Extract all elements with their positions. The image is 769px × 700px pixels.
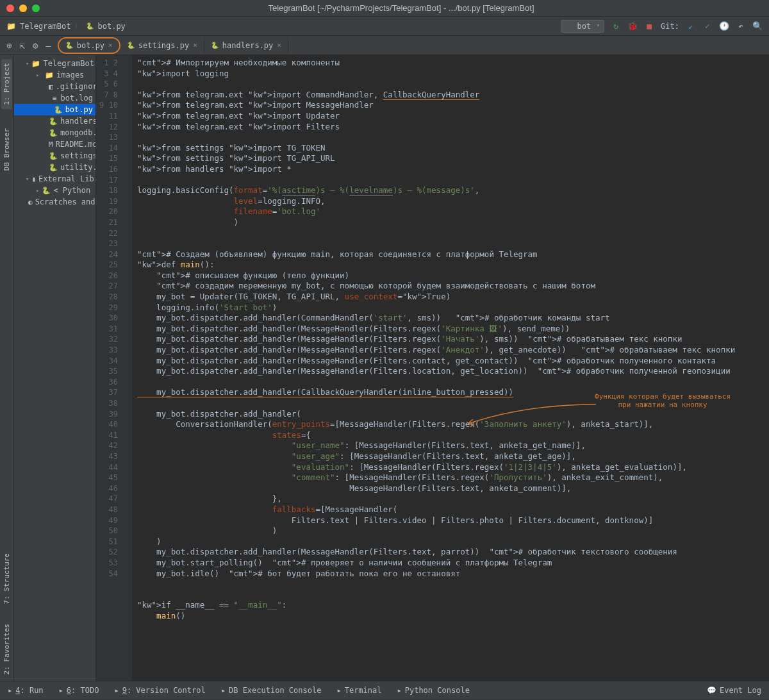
tool-project[interactable]: 1: Project (1, 59, 12, 109)
tree-item[interactable]: ▸📁images (14, 69, 95, 81)
tool-favorites[interactable]: 2: Favorites (3, 624, 11, 674)
navigation-bar: 📁 TelegramBot 〉 🐍 bot.py bot ↻ 🐞 ■ Git: … (0, 17, 769, 36)
bottom-tab[interactable]: ▸Python Console (397, 686, 469, 695)
bottom-tab[interactable]: ▸9: Version Control (114, 686, 205, 695)
debug-icon[interactable]: 🐞 (627, 21, 638, 31)
git-revert-icon[interactable]: ↶ (736, 21, 746, 31)
close-tab-icon[interactable]: × (277, 41, 281, 49)
traffic-lights (6, 4, 40, 12)
bottom-tab-label: DB Execution Console (229, 686, 322, 695)
git-label: Git: (661, 22, 679, 31)
bottom-tab-label: Python Console (405, 686, 470, 695)
tree-label: .gitignore (56, 82, 96, 91)
event-log-tab[interactable]: 💬Event Log (707, 686, 761, 695)
gear-icon[interactable]: ⚙ (33, 40, 38, 51)
bottom-tab-icon: ▸ (221, 686, 226, 695)
annotation-text: Функция которая будет вызываться при наж… (595, 392, 731, 409)
bottom-tab[interactable]: ▸DB Execution Console (221, 686, 322, 695)
hide-icon[interactable]: — (45, 40, 51, 51)
file-icon: ≡ (53, 94, 58, 103)
maximize-window-button[interactable] (32, 4, 40, 12)
window-title: TelegramBot [~/PycharmProjects/TelegramB… (40, 3, 763, 13)
tree-item[interactable]: ▸🐍< Python 3.8 > (14, 185, 95, 196)
search-icon[interactable]: 🔍 (752, 21, 763, 31)
close-tab-icon[interactable]: × (193, 41, 197, 49)
tree-label: bot.py (65, 105, 93, 114)
file-icon: 🐍 (54, 106, 63, 114)
tree-item[interactable]: 🐍handlers.py (14, 115, 95, 127)
tab-label: bot.py (77, 41, 104, 50)
folder-icon: 📁 (6, 22, 16, 31)
tree-label: mongodb.py (60, 128, 96, 137)
tree-label: utility.py (60, 163, 96, 172)
target-icon[interactable]: ⊕ (6, 40, 12, 51)
bottom-tab-label: 6: TODO (67, 686, 99, 695)
editor-tab-handlers-py[interactable]: 🐍handlers.py× (204, 37, 288, 54)
file-icon: M (49, 140, 53, 149)
bottom-tab[interactable]: ▸6: TODO (59, 686, 99, 695)
annotation-line1: Функция которая будет вызываться (595, 392, 731, 401)
git-update-icon[interactable]: ↙ (686, 21, 696, 31)
tree-item[interactable]: ◧.gitignore (14, 81, 95, 92)
tree-label: settings.py (60, 151, 96, 160)
tree-arrow-icon: ▸ (36, 187, 39, 194)
tree-item[interactable]: ▾📁TelegramBot (14, 58, 95, 69)
editor-toolbar: ⊕ ⇱ ⚙ — 🐍bot.py×🐍settings.py×🐍handlers.p… (0, 36, 769, 55)
file-icon: 🐍 (49, 117, 58, 126)
tree-label: < Python 3.8 > (53, 186, 96, 195)
bottom-tab[interactable]: ▸Terminal (336, 686, 381, 695)
bottom-tab-icon: ▸ (114, 686, 119, 695)
navbar-right: bot ↻ 🐞 ■ Git: ↙ ✓ 🕐 ↶ 🔍 (561, 20, 763, 33)
tree-item[interactable]: ≡bot.log (14, 92, 95, 104)
file-icon: ◧ (49, 83, 53, 91)
code-area[interactable]: "cmt"># Импортируем необходимые компонен… (132, 55, 769, 681)
main-area: 1: Project DB Browser 7: Structure 2: Fa… (0, 55, 769, 681)
project-tree[interactable]: ▾📁TelegramBot▸📁images◧.gitignore≡bot.log… (14, 55, 95, 208)
close-tab-icon[interactable]: × (108, 41, 113, 49)
tree-arrow-icon: ▸ (36, 72, 42, 78)
bottom-tab-label: 9: Version Control (122, 686, 206, 695)
editor-tab-settings-py[interactable]: 🐍settings.py× (120, 37, 204, 54)
python-file-icon: 🐍 (127, 42, 135, 49)
tree-item[interactable]: 🐍bot.py (14, 104, 95, 115)
line-number-gutter: 1 2 3 4 5 6 7 8 9 10 11 12 13 14 15 16 1… (96, 55, 123, 681)
close-window-button[interactable] (6, 4, 14, 12)
bottom-tab[interactable]: ▸4: Run (8, 686, 44, 695)
run-config-selector[interactable]: bot (561, 20, 604, 33)
tree-item[interactable]: 🐍mongodb.py (14, 127, 95, 138)
breadcrumb-root[interactable]: TelegramBot (20, 22, 70, 31)
bottom-tab-label: 4: Run (15, 686, 43, 695)
minimize-window-button[interactable] (19, 4, 27, 12)
git-commit-icon[interactable]: ✓ (702, 21, 713, 31)
collapse-icon[interactable]: ⇱ (19, 40, 24, 51)
tool-db-browser[interactable]: DB Browser (3, 128, 11, 171)
file-icon: 🐍 (42, 187, 51, 195)
tree-item[interactable]: 🐍settings.py (14, 150, 95, 162)
tree-item[interactable]: ◐Scratches and Consoles (14, 196, 95, 208)
file-icon: 🐍 (49, 163, 58, 172)
stop-icon[interactable]: ■ (644, 21, 654, 31)
tree-label: External Libraries (38, 174, 96, 183)
editor-tab-bot-py[interactable]: 🐍bot.py× (58, 37, 120, 54)
bottom-tab-label: Terminal (345, 686, 382, 695)
editor-tabs: 🐍bot.py×🐍settings.py×🐍handlers.py× (58, 37, 769, 54)
python-file-icon: 🐍 (65, 42, 73, 49)
left-tool-strip: 1: Project DB Browser 7: Structure 2: Fa… (0, 55, 14, 681)
annotation-line2: при нажатии на кнопку (595, 401, 731, 409)
file-icon: 📁 (31, 60, 40, 68)
fold-gutter (123, 55, 132, 681)
code-editor[interactable]: 1 2 3 4 5 6 7 8 9 10 11 12 13 14 15 16 1… (96, 55, 769, 681)
bottom-tab-icon: ▸ (397, 686, 401, 695)
event-log-icon: 💬 (707, 686, 716, 695)
bottom-tab-icon: ▸ (59, 686, 63, 695)
breadcrumb-file[interactable]: bot.py (97, 22, 125, 31)
git-history-icon[interactable]: 🕐 (719, 21, 729, 31)
tree-arrow-icon: ▾ (26, 60, 29, 67)
tree-item[interactable]: MREADME.md (14, 138, 95, 150)
bottom-tool-tabs: ▸4: Run▸6: TODO▸9: Version Control▸DB Ex… (0, 681, 769, 699)
run-icon[interactable]: ↻ (611, 21, 621, 31)
tree-item[interactable]: ▾▮External Libraries (14, 173, 95, 185)
tree-item[interactable]: 🐍utility.py (14, 162, 95, 173)
python-file-icon: 🐍 (211, 42, 219, 49)
tool-structure[interactable]: 7: Structure (3, 553, 11, 604)
